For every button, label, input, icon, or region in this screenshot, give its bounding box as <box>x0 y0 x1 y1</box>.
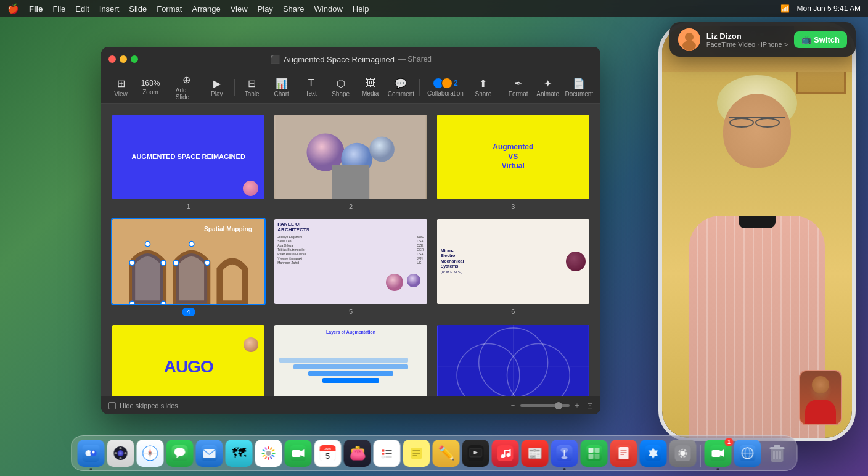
svg-point-2 <box>682 41 696 51</box>
slide-thumb-7: AUGO <box>111 324 266 396</box>
menubar-window[interactable]: Window <box>314 4 343 14</box>
dock-photos[interactable] <box>255 440 282 467</box>
hide-skipped-control[interactable]: Hide skipped slides <box>108 402 178 409</box>
menubar-share[interactable]: Share <box>283 4 305 14</box>
dock-numbers[interactable] <box>581 440 608 467</box>
menubar-app-name[interactable]: File <box>29 4 43 14</box>
format-label: Format <box>509 91 528 97</box>
slide-item-9[interactable]: PHYSICAL AUGMENTED VIRTUAL <box>436 324 591 396</box>
zoom-out-icon[interactable]: － <box>509 400 517 411</box>
dock-facetime-badge[interactable]: 1 <box>705 440 732 467</box>
toolbar-table[interactable]: ⊟ Table <box>237 75 267 100</box>
dock-settings[interactable] <box>669 440 697 467</box>
toolbar-media[interactable]: 🖼 Media <box>356 75 385 99</box>
slide-item-3[interactable]: AugmentedVSVirtual 3 <box>436 113 591 210</box>
dock-safari[interactable] <box>137 440 164 467</box>
toolbar-share[interactable]: ⬆ Share <box>469 75 498 100</box>
zoom-in-icon[interactable]: ＋ <box>573 400 581 411</box>
dock-notes[interactable] <box>403 440 430 467</box>
minimize-button[interactable] <box>120 55 127 63</box>
collab-label: Collaboration <box>427 90 464 97</box>
svg-rect-54 <box>271 449 274 452</box>
menubar-edit[interactable]: Edit <box>75 4 89 14</box>
toolbar-format[interactable]: ✒ Format <box>504 75 533 100</box>
settings-icon <box>675 445 691 461</box>
toolbar-animate[interactable]: ✦ Animate <box>533 75 563 100</box>
svg-point-36 <box>120 447 122 449</box>
slide-item-8[interactable]: Layers of Augmentation 8 <box>273 324 428 396</box>
svg-point-33 <box>92 451 95 454</box>
dock-tv[interactable] <box>462 440 489 467</box>
svg-point-38 <box>115 452 117 454</box>
hide-skipped-checkbox[interactable] <box>108 402 116 409</box>
toolbar-divider-4 <box>501 79 501 96</box>
dock-calendar[interactable]: JUN 5 <box>314 440 342 467</box>
slide-item-7[interactable]: AUGO 7 <box>111 324 266 396</box>
close-button[interactable] <box>108 55 116 63</box>
dock-reminders[interactable] <box>374 440 401 467</box>
dock-freeform[interactable]: ✏️ <box>433 440 460 467</box>
fullscreen-button[interactable] <box>131 55 138 63</box>
svg-rect-97 <box>586 445 602 461</box>
appstore-icon <box>645 445 661 461</box>
menubar-view[interactable]: View <box>231 4 248 14</box>
collab-icon-area: 2 <box>433 78 458 89</box>
slide-item-6[interactable]: Micro-Electro-MechanicalSystems(or M.E.M… <box>436 218 591 316</box>
slide-item-2[interactable]: 2 <box>273 113 428 210</box>
toolbar-text[interactable]: T Text <box>297 75 326 99</box>
svg-point-37 <box>120 457 122 459</box>
document-icon: 📄 <box>573 78 585 89</box>
dock-news[interactable]: 📰 <box>522 440 549 467</box>
toolbar-collaboration[interactable]: 2 Collaboration <box>422 75 469 99</box>
menubar-slide[interactable]: Slide <box>129 4 147 14</box>
svg-point-10 <box>129 261 134 266</box>
toolbar-add-slide[interactable]: ⊕ Add Slide <box>171 72 202 103</box>
slide-1-sphere <box>243 181 258 196</box>
dock-music[interactable] <box>492 440 519 467</box>
toolbar-view[interactable]: ⊞ View <box>106 75 136 100</box>
slide-item-4[interactable]: Spatial Mapping 4 <box>111 218 266 316</box>
menubar-format[interactable]: Format <box>157 4 182 14</box>
dock-finder[interactable] <box>78 440 105 467</box>
dock-screentime[interactable] <box>734 440 761 467</box>
dock-mail[interactable] <box>196 440 223 467</box>
dock-maps[interactable]: 🗺 <box>226 440 253 467</box>
toolbar-shape[interactable]: ⬡ Shape <box>326 75 356 100</box>
maps-icon: 🗺 <box>232 445 246 461</box>
dock-facetime[interactable] <box>285 440 312 467</box>
dock-pages[interactable] <box>610 440 637 467</box>
toolbar-document[interactable]: 📄 Document <box>563 75 596 100</box>
toolbar-comment[interactable]: 💬 Comment <box>385 75 417 100</box>
zoom-fit-icon[interactable]: ⊡ <box>587 401 593 410</box>
menubar-arrange[interactable]: Arrange <box>192 4 220 14</box>
slide-grid-area[interactable]: AUGMENTED SPACE REIMAGINED 1 <box>101 104 600 396</box>
dock-wallet[interactable]: 👛 <box>344 440 371 467</box>
menubar-file[interactable]: File <box>52 4 65 14</box>
zoom-slider[interactable] <box>520 404 570 407</box>
svg-point-1 <box>685 33 694 41</box>
slide-thumb-2 <box>273 113 428 200</box>
menubar-insert[interactable]: Insert <box>99 4 120 14</box>
facetime-avatar <box>678 28 700 51</box>
svg-point-17 <box>189 242 194 247</box>
slide-number-3: 3 <box>511 203 515 210</box>
dock-messages[interactable] <box>166 440 194 467</box>
table-label: Table <box>245 91 260 97</box>
apple-menu[interactable]: 🍎 <box>7 3 19 14</box>
dock-appstore[interactable] <box>640 440 667 467</box>
slide-item-5[interactable]: PANEL OFARCHITECTS Jocelyn EngströmSWE S… <box>273 218 428 316</box>
menubar-play[interactable]: Play <box>258 4 273 14</box>
slide-item-1[interactable]: AUGMENTED SPACE REIMAGINED 1 <box>111 113 266 210</box>
svg-rect-72 <box>379 445 395 461</box>
switch-button[interactable]: 📺 Switch <box>794 31 847 48</box>
switch-label: Switch <box>814 35 840 44</box>
toolbar-play[interactable]: ▶ Play <box>202 75 232 100</box>
animate-icon: ✦ <box>544 78 552 89</box>
toolbar-chart[interactable]: 📊 Chart <box>267 75 297 100</box>
dock-trash[interactable] <box>764 440 791 467</box>
menubar-help[interactable]: Help <box>353 4 369 14</box>
dock-keynote-app[interactable] <box>551 440 578 467</box>
toolbar-zoom[interactable]: 168% Zoom <box>136 76 165 98</box>
slide-7-sphere <box>244 337 258 352</box>
dock-launchpad[interactable] <box>107 440 134 467</box>
